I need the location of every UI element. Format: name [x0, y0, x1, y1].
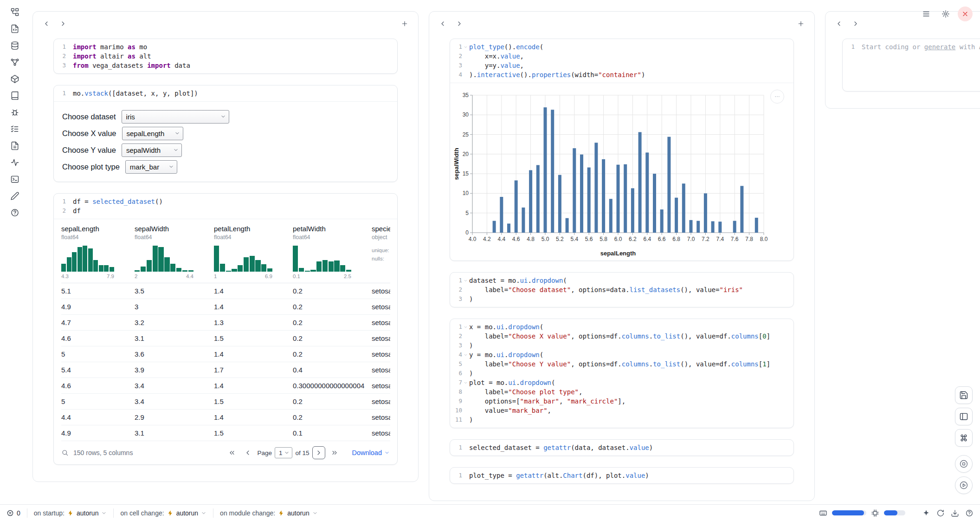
page-select[interactable]: 1: [275, 447, 293, 458]
help-icon[interactable]: [965, 509, 974, 517]
runtime-config[interactable]: on startup:autorun: [34, 509, 107, 517]
sidebar-errors-button[interactable]: [7, 105, 22, 120]
code-line[interactable]: 3from vega_datasets import data: [56, 61, 393, 70]
code-editor[interactable]: 1plot_type().encode(2 x=x.value,3 y=y.va…: [450, 39, 793, 83]
code-line[interactable]: 1mo.vstack([dataset, x, y, plot]): [56, 89, 393, 98]
fold-arrow-icon[interactable]: [462, 276, 469, 285]
download-button[interactable]: Download: [352, 449, 390, 456]
code-line[interactable]: 9 options=["mark_bar", "mark_circle"],: [452, 397, 789, 406]
keyboard-icon[interactable]: [819, 509, 827, 517]
column-move-right-button[interactable]: [452, 17, 466, 31]
dropdown-select[interactable]: iris: [122, 110, 229, 124]
code-editor[interactable]: 1mo.vstack([dataset, x, y, plot]): [54, 85, 397, 101]
code-line[interactable]: 1dataset = mo.ui.dropdown(: [452, 276, 789, 285]
sidebar-help-button[interactable]: [7, 205, 22, 220]
code-line[interactable]: 5 label="Choose Y value", options=df.col…: [452, 359, 789, 369]
table-row[interactable]: 4.93.11.50.1setosa: [61, 425, 390, 441]
sidebar-code-file-button[interactable]: [7, 21, 22, 36]
code-line[interactable]: 3 y=y.value,: [452, 61, 789, 70]
table-column-header[interactable]: speciesobjectunique:nulls:: [372, 225, 390, 279]
code-line[interactable]: 1plot_type = getattr(alt.Chart(df), plot…: [452, 471, 789, 480]
next-page-button[interactable]: [312, 446, 325, 459]
chart-options-button[interactable]: [770, 90, 784, 104]
code-line[interactable]: 1plot_type().encode(: [452, 42, 789, 52]
error-count-badge[interactable]: 0: [6, 509, 20, 517]
sidebar-terminal-button[interactable]: [7, 172, 22, 187]
sidebar-tracing-button[interactable]: [7, 155, 22, 170]
table-column-header[interactable]: sepalLengthfloat644.37.9: [61, 225, 135, 279]
dataframe-table[interactable]: sepalLengthfloat644.37.9sepalWidthfloat6…: [61, 220, 390, 441]
code-editor[interactable]: 1x = mo.ui.dropdown(2 label="Choose X va…: [450, 319, 793, 428]
refresh-icon[interactable]: [936, 509, 945, 517]
table-row[interactable]: 4.42.91.40.2setosa: [61, 410, 390, 425]
table-column-header[interactable]: sepalWidthfloat6424.4: [135, 225, 214, 279]
last-page-button[interactable]: [328, 446, 341, 459]
notebook-menu-button[interactable]: [919, 7, 934, 21]
save-button[interactable]: [955, 386, 973, 404]
table-column-header[interactable]: petalWidthfloat640.12.5: [293, 225, 372, 279]
prev-page-button[interactable]: [241, 446, 254, 459]
cell-new-empty[interactable]: 1 Start coding or generate with AI: [842, 39, 980, 91]
table-row[interactable]: 5.13.51.40.2setosa: [61, 283, 390, 299]
table-row[interactable]: 4.63.11.50.2setosa: [61, 331, 390, 346]
code-line[interactable]: 2 label="Choose X value", options=df.col…: [452, 332, 789, 341]
fold-arrow-icon[interactable]: [462, 42, 469, 52]
dropdown-select[interactable]: sepalWidth: [122, 143, 182, 157]
table-column-header[interactable]: petalLengthfloat6416.9: [214, 225, 293, 279]
code-line[interactable]: 11): [452, 415, 789, 424]
column-move-right-button[interactable]: [56, 17, 70, 31]
sidebar-scratchpad-button[interactable]: [7, 189, 22, 203]
settings-button[interactable]: [938, 7, 953, 21]
first-page-button[interactable]: [226, 446, 239, 459]
table-row[interactable]: 4.73.21.30.2setosa: [61, 315, 390, 331]
table-row[interactable]: 53.61.40.2setosa: [61, 346, 390, 362]
column-move-right-button[interactable]: [849, 17, 863, 31]
fold-arrow-icon[interactable]: [462, 378, 469, 387]
code-line[interactable]: 3): [452, 294, 789, 304]
add-cell-button[interactable]: [398, 17, 412, 31]
code-editor[interactable]: 1selected_dataset = getattr(data, datase…: [450, 440, 793, 456]
code-editor[interactable]: 1plot_type = getattr(alt.Chart(df), plot…: [450, 468, 793, 483]
editor-placeholder[interactable]: Start coding or generate with AI: [862, 42, 980, 52]
export-icon[interactable]: [951, 509, 959, 517]
code-editor[interactable]: 1dataset = mo.ui.dropdown(2 label="Choos…: [450, 273, 793, 307]
sidebar-snippets-button[interactable]: [7, 138, 22, 153]
runtime-config[interactable]: on module change:autorun: [220, 509, 318, 517]
sidebar-documentation-button[interactable]: [7, 88, 22, 103]
code-line[interactable]: 1x = mo.ui.dropdown(: [452, 322, 789, 332]
code-editor[interactable]: 1df = selected_dataset()2df: [54, 194, 397, 219]
column-move-left-button[interactable]: [436, 17, 450, 31]
table-row[interactable]: 53.41.50.2setosa: [61, 394, 390, 410]
runtime-config[interactable]: on cell change:autorun: [120, 509, 206, 517]
code-line[interactable]: 1df = selected_dataset(): [56, 197, 393, 206]
shortcuts-button[interactable]: [955, 429, 973, 447]
sidebar-datasources-button[interactable]: [7, 38, 22, 53]
sidebar-file-explorer-button[interactable]: [7, 5, 22, 20]
sidebar-packages-button[interactable]: [7, 72, 22, 86]
code-line[interactable]: 10 value="mark_bar",: [452, 406, 789, 415]
sidebar-outline-button[interactable]: [7, 122, 22, 137]
search-icon[interactable]: [61, 449, 69, 456]
code-line[interactable]: 1selected_dataset = getattr(data, datase…: [452, 443, 789, 452]
table-row[interactable]: 4.63.41.40.30000000000000004setosa: [61, 378, 390, 394]
code-line[interactable]: 2 x=x.value,: [452, 52, 789, 61]
add-cell-button[interactable]: [794, 17, 808, 31]
sidebar-dependencies-button[interactable]: [7, 55, 22, 70]
table-row[interactable]: 5.43.91.70.4setosa: [61, 362, 390, 378]
run-all-button[interactable]: [955, 476, 973, 494]
code-line[interactable]: 1import marimo as mo: [56, 42, 393, 52]
shutdown-button[interactable]: [958, 7, 973, 21]
fold-arrow-icon[interactable]: [462, 322, 469, 332]
dropdown-select[interactable]: mark_bar: [125, 160, 177, 174]
code-line[interactable]: 6): [452, 369, 789, 378]
column-move-left-button[interactable]: [832, 17, 846, 31]
code-line[interactable]: 2 label="Choose dataset", options=data.l…: [452, 285, 789, 294]
column-move-left-button[interactable]: [39, 17, 53, 31]
code-line[interactable]: 3): [452, 341, 789, 350]
ai-assistant-icon[interactable]: [922, 509, 930, 517]
generate-with-ai-link[interactable]: generate: [924, 43, 955, 51]
code-line[interactable]: 2df: [56, 206, 393, 215]
interrupt-button[interactable]: [955, 455, 973, 473]
dropdown-select[interactable]: sepalLength: [122, 127, 183, 140]
vega-bar-chart[interactable]: 4.04.24.44.64.85.05.25.45.65.86.06.26.46…: [453, 87, 783, 258]
